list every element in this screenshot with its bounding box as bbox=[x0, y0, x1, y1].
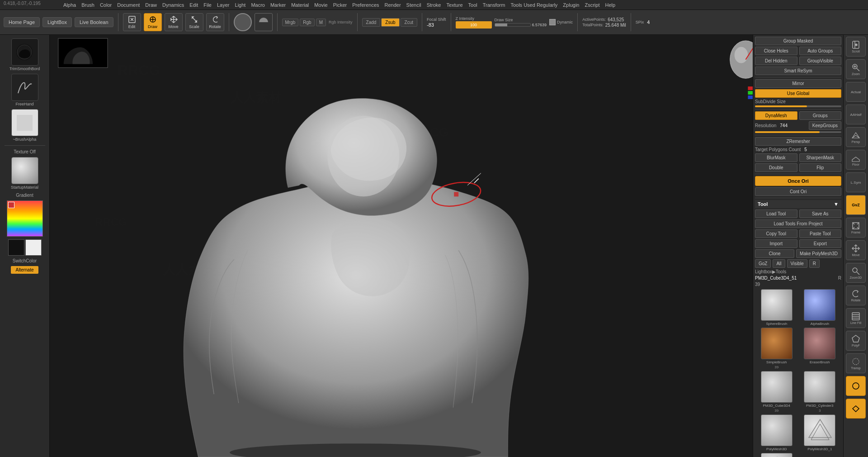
zadd-button[interactable]: Zadd bbox=[362, 18, 381, 27]
group-masked-button[interactable]: Group Masked bbox=[755, 37, 841, 45]
pm3d-cube-thumb[interactable] bbox=[761, 371, 793, 403]
rotate-button[interactable]: Rotate bbox=[206, 13, 224, 31]
pm3d-cylinder-item[interactable]: PM3D_Cylinder3 3 bbox=[799, 371, 841, 413]
menu-preferences[interactable]: Preferences bbox=[352, 2, 379, 8]
edit-button[interactable]: Edit bbox=[123, 13, 141, 31]
menu-draw[interactable]: Draw bbox=[145, 2, 157, 8]
alpha-brush-thumb[interactable] bbox=[804, 289, 835, 321]
startup-material-item[interactable]: StartupMaterial bbox=[5, 157, 45, 190]
once-ori-button[interactable]: Once Ori bbox=[755, 176, 841, 186]
menu-texture[interactable]: Texture bbox=[446, 2, 462, 8]
r-button[interactable]: R bbox=[809, 259, 820, 268]
line-fill-button[interactable]: Line Fill bbox=[846, 308, 866, 328]
make-polymesh-button[interactable]: Make PolyMesh3D bbox=[796, 249, 841, 258]
menu-picker[interactable]: Picker bbox=[333, 2, 347, 8]
draw-size-slider[interactable] bbox=[495, 23, 531, 27]
all-button[interactable]: All bbox=[773, 259, 785, 268]
gvz-button[interactable]: GvZ bbox=[846, 195, 866, 215]
zcut-button[interactable]: Zcut bbox=[401, 18, 417, 27]
menu-marker[interactable]: Marker bbox=[270, 2, 286, 8]
actual-size-button[interactable]: Actual bbox=[846, 82, 866, 102]
menu-dynamics[interactable]: Dynamics bbox=[162, 2, 184, 8]
menu-help[interactable]: Help bbox=[605, 2, 615, 8]
flip-button[interactable]: Flip bbox=[799, 163, 842, 172]
move-button[interactable]: Move bbox=[165, 13, 183, 31]
zremesher-button[interactable]: ZRemesher bbox=[755, 137, 841, 146]
smart-resym-button[interactable]: Smart ReSym bbox=[755, 67, 841, 75]
menu-movie[interactable]: Movie bbox=[314, 2, 327, 8]
use-global-button[interactable]: Use Global bbox=[755, 89, 841, 98]
zsub-button[interactable]: Zsub bbox=[381, 18, 399, 27]
z-intensity-slider[interactable]: 100 bbox=[456, 21, 492, 29]
clone-button[interactable]: Clone bbox=[755, 249, 794, 258]
trim-smooth-brush-icon[interactable] bbox=[11, 38, 38, 66]
keep-groups-button[interactable]: KeepGroups bbox=[809, 121, 841, 130]
sphere-brush-item[interactable]: SphereBrush bbox=[756, 289, 797, 326]
pm3d-cylinder-thumb[interactable] bbox=[804, 371, 835, 403]
aahalf-button[interactable]: AAHalf bbox=[846, 105, 866, 124]
zoom3d-button[interactable]: Zoom3D bbox=[846, 263, 866, 283]
close-holes-button[interactable]: Close Holes bbox=[755, 47, 797, 55]
dynamesh-button[interactable]: DynaMesh bbox=[755, 111, 797, 120]
brush-1-button[interactable] bbox=[846, 376, 866, 396]
side-rotate-button[interactable]: Rotate bbox=[846, 286, 866, 305]
subdivide-slider[interactable] bbox=[755, 105, 841, 107]
pm3d-cube-item[interactable]: PM3D_Cube3D4 39 bbox=[756, 371, 797, 413]
tool-section-title[interactable]: Tool ▼ bbox=[755, 200, 841, 208]
frame-button[interactable]: Frame bbox=[846, 218, 866, 238]
blur-mask-button[interactable]: BlurMask bbox=[755, 153, 797, 162]
brush-shape-button[interactable] bbox=[234, 13, 252, 31]
menu-tools-used[interactable]: Tools Used Regularly bbox=[510, 2, 557, 8]
scale-button[interactable]: Scale bbox=[185, 13, 203, 31]
dynamic-checkbox[interactable] bbox=[549, 19, 556, 25]
load-tool-button[interactable]: Load Tool bbox=[755, 209, 797, 218]
sphere3d-thumb[interactable] bbox=[761, 453, 793, 457]
load-tools-from-project-button[interactable]: Load Tools From Project bbox=[755, 219, 841, 228]
resolution-slider[interactable] bbox=[755, 131, 841, 133]
viewport-bg[interactable]: RRCG 人人素材 RRCG 人人素材 RRCG 人人素材 RRCG 人人素材 bbox=[50, 35, 769, 457]
menu-brush[interactable]: Brush bbox=[81, 2, 94, 8]
lsym-button[interactable]: L.Sym bbox=[846, 172, 866, 192]
menu-stencil[interactable]: Stencil bbox=[406, 2, 421, 8]
menu-macro[interactable]: Macro bbox=[251, 2, 265, 8]
simple-brush-item[interactable]: SimpleBrush 39 bbox=[756, 328, 797, 369]
alternate-button[interactable]: Alternate bbox=[11, 266, 38, 274]
menu-file[interactable]: File bbox=[203, 2, 212, 8]
trim-smooth-brush-item[interactable]: TrimSmoothBord bbox=[5, 38, 45, 71]
double-button[interactable]: Double bbox=[755, 163, 797, 172]
alpha-brush-item[interactable]: AlphaBrush bbox=[799, 289, 841, 326]
import-button[interactable]: Import bbox=[755, 239, 797, 248]
export-button[interactable]: Export bbox=[799, 239, 842, 248]
draw-button[interactable]: Draw bbox=[144, 13, 162, 31]
floor-button[interactable]: Floor bbox=[846, 150, 866, 170]
menu-render[interactable]: Render bbox=[385, 2, 401, 8]
copy-tool-button[interactable]: Copy Tool bbox=[755, 229, 797, 238]
group-visible-button[interactable]: GroupVisible bbox=[799, 57, 842, 65]
polymesh3d-thumb[interactable] bbox=[761, 414, 793, 446]
cont-ori-button[interactable]: Cont Ori bbox=[755, 187, 841, 196]
lightbox-button[interactable]: LightBox bbox=[42, 17, 72, 27]
home-page-button[interactable]: Home Page bbox=[4, 17, 40, 27]
sphere-brush-thumb[interactable] bbox=[761, 289, 793, 321]
groups-button[interactable]: Groups bbox=[799, 111, 842, 120]
freehand-brush-item[interactable]: FreeHand bbox=[5, 74, 45, 106]
zoom-tool-button[interactable]: Zoom bbox=[846, 59, 866, 79]
menu-alpha[interactable]: Alpha bbox=[63, 2, 76, 8]
rgb-button[interactable]: Rgb bbox=[300, 19, 314, 26]
startup-material-preview[interactable] bbox=[11, 157, 38, 184]
sphere3d-item[interactable]: Sphere3D bbox=[756, 453, 797, 457]
m-button[interactable]: M bbox=[316, 19, 326, 26]
live-boolean-button[interactable]: Live Boolean bbox=[75, 17, 113, 27]
swatch-black[interactable] bbox=[8, 239, 24, 256]
menu-color[interactable]: Color bbox=[100, 2, 112, 8]
simple-brush-thumb[interactable] bbox=[761, 328, 793, 359]
auto-groups-button[interactable]: Auto Groups bbox=[799, 47, 842, 55]
brush-alpha-item[interactable]: ~BrushAlpha bbox=[5, 109, 45, 142]
polymesh3d-1-item[interactable]: PolyMesh3D_1 bbox=[799, 414, 841, 451]
save-as-button[interactable]: Save As bbox=[799, 209, 842, 218]
paste-tool-button[interactable]: Paste Tool bbox=[799, 229, 842, 238]
brush-mode-button[interactable] bbox=[255, 13, 273, 31]
color-picker-area[interactable] bbox=[7, 200, 43, 237]
transp-button[interactable]: Transp bbox=[846, 353, 866, 373]
polyf-button[interactable]: PolyF bbox=[846, 331, 866, 351]
